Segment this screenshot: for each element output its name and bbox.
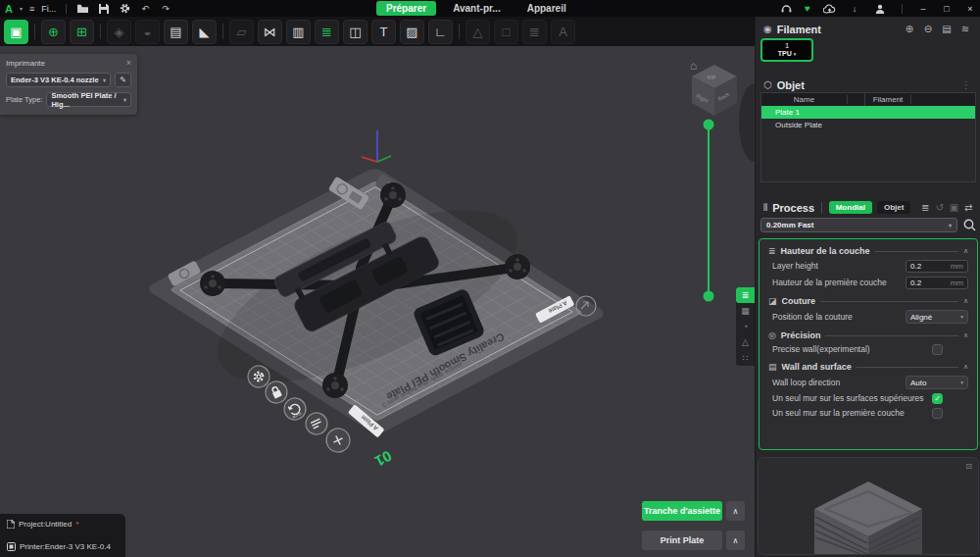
favorite-heart-icon[interactable]: ♥ (805, 3, 810, 14)
plate-preview-pane[interactable]: ⊡ (758, 457, 979, 555)
column-filament: Filament (865, 95, 911, 104)
collapse-chevron-icon[interactable]: ∧ (963, 297, 968, 305)
collapse-chevron-icon[interactable]: ∧ (963, 247, 968, 255)
add-plate-button[interactable]: ⊞ (70, 20, 94, 44)
cut-button[interactable]: ◫ (343, 20, 368, 44)
mirror-button[interactable]: ⋈ (258, 20, 282, 44)
letter-tool-button[interactable]: A (551, 20, 575, 44)
history-icon[interactable]: ↺ (935, 202, 945, 213)
user-icon[interactable] (873, 3, 887, 15)
tab-quality[interactable]: ≣ (736, 287, 755, 303)
precise-wall-checkbox[interactable]: ✓ (932, 344, 943, 355)
remove-filament-icon[interactable]: ⊖ (921, 24, 935, 34)
split-objects-button[interactable]: ▤ (164, 20, 188, 44)
tab-support[interactable]: △ (736, 334, 755, 350)
layer-height-input[interactable]: 0.2 mm (906, 260, 968, 273)
filament-sync-icon[interactable]: ≋ (958, 24, 972, 34)
preview-expand-icon[interactable]: ⊡ (965, 462, 972, 471)
clone-button[interactable]: ▥ (286, 20, 311, 44)
variable-layer-height-button[interactable]: ≣ (315, 20, 339, 44)
object-title: Objet (777, 79, 805, 91)
tab-preview[interactable]: Avant-pr... (443, 1, 511, 16)
viewport-3d[interactable]: Creality Smooth PEI Plate please apply g… (0, 46, 755, 557)
logo-caret-icon[interactable]: ▾ (20, 5, 23, 12)
window-minimize-button[interactable]: – (917, 4, 929, 14)
auto-orient-button[interactable]: ◒ (135, 20, 160, 44)
hamburger-icon[interactable]: ≡ (29, 4, 34, 14)
support-paint-button[interactable]: △ (466, 20, 490, 44)
add-object-button[interactable]: ⊕ (41, 20, 66, 44)
paint-button[interactable]: ▨ (400, 20, 424, 44)
printer-preset-select[interactable]: Ender-3 V3 KE-0.4 nozzle ▾ (6, 73, 111, 87)
tab-speed[interactable]: ◔ (736, 319, 755, 334)
window-maximize-button[interactable]: □ (941, 4, 953, 14)
single-wall-first-layer-checkbox[interactable]: ✓ (932, 408, 943, 419)
first-layer-height-input[interactable]: 0.2 mm (906, 277, 968, 289)
collapse-chevron-icon[interactable]: ∧ (963, 363, 968, 371)
printer-panel-close-icon[interactable]: × (126, 58, 131, 68)
process-preset-select[interactable]: 0.20mm Fast ▾ (760, 218, 957, 232)
build-plate-scene[interactable]: Creality Smooth PEI Plate please apply g… (0, 46, 755, 557)
section-wall-surface[interactable]: ▤ Wall and surface ∧ (760, 357, 977, 374)
download-icon[interactable]: ↓ (848, 3, 861, 15)
advanced-settings-icon[interactable]: ≣ (920, 202, 930, 213)
arrange-button[interactable]: ◈ (107, 20, 131, 44)
save-icon[interactable] (97, 3, 111, 15)
setting-unit: mm (951, 262, 963, 271)
slider-handle-top[interactable] (704, 120, 714, 130)
wall-loop-direction-select[interactable]: Auto ▾ (906, 376, 968, 389)
transfer-settings-icon[interactable]: ⇄ (963, 202, 973, 213)
scale-button[interactable]: ▱ (229, 20, 254, 44)
panel-collapse-handle[interactable] (739, 83, 755, 162)
section-seam[interactable]: ◪ Couture ∧ (760, 291, 977, 308)
window-close-button[interactable]: × (964, 4, 976, 14)
home-view-icon[interactable]: ⌂ (690, 59, 697, 73)
seam-position-select[interactable]: Aligné ▾ (906, 310, 968, 324)
print-options-button[interactable]: ∧ (726, 531, 745, 550)
edit-printer-button[interactable]: ✎ (115, 73, 131, 87)
section-precision[interactable]: ◎ Précision ∧ (760, 326, 977, 342)
slice-plate-button[interactable]: Tranche d'assiette (642, 501, 722, 521)
tab-prepare[interactable]: Préparer (376, 1, 436, 16)
plate-type-value: Smooth PEI Plate / Hig... (51, 91, 123, 109)
support-headset-icon[interactable] (779, 3, 793, 15)
add-to-plate-button[interactable] (322, 425, 354, 456)
object-menu-icon[interactable]: ⋮ (959, 79, 973, 90)
seam-button[interactable]: ≣ (522, 20, 547, 44)
settings-gear-icon[interactable] (118, 3, 131, 15)
cloud-upload-icon[interactable] (822, 3, 836, 15)
tab-device[interactable]: Appareil (517, 1, 576, 16)
slider-handle-bottom[interactable] (704, 291, 714, 302)
plate-name-button[interactable] (302, 409, 330, 437)
single-wall-top-checkbox[interactable]: ✓ (932, 393, 943, 404)
filament-slot-1[interactable]: 1 TPU ▾ (760, 38, 813, 62)
select-plate-button[interactable]: ▣ (4, 20, 28, 44)
slice-options-button[interactable]: ∧ (726, 501, 745, 521)
undo-icon[interactable]: ↶ (138, 3, 152, 15)
filament-header: ◉ Filament ⊕ ⊖ ▤ ≋ (756, 21, 980, 37)
nav-cube[interactable]: ⌂ top Right Back (690, 59, 737, 116)
redo-icon[interactable]: ↷ (159, 3, 172, 15)
object-row-outside-plate[interactable]: Outside Plate (761, 119, 975, 131)
app-logo[interactable]: A (5, 3, 13, 15)
text-tool-button[interactable]: T (371, 20, 396, 44)
clipping-slider[interactable] (704, 120, 714, 302)
file-menu[interactable]: Fi... (41, 4, 56, 14)
search-preset-icon[interactable] (963, 219, 976, 231)
cut-tool-button[interactable]: □ (494, 20, 518, 44)
flatten-button[interactable]: ◣ (192, 20, 217, 44)
tab-others[interactable]: ∷ (736, 350, 755, 366)
section-layer-height[interactable]: ≣ Hauteur de la couche ∧ (760, 241, 977, 258)
collapse-chevron-icon[interactable]: ∧ (963, 331, 968, 339)
plate-type-select[interactable]: Smooth PEI Plate / Hig... ▾ (46, 92, 131, 107)
save-preset-icon[interactable]: ▣ (950, 202, 959, 213)
add-filament-icon[interactable]: ⊕ (903, 24, 916, 34)
measure-button[interactable]: ∟ (428, 20, 453, 44)
process-tab-object[interactable]: Objet (877, 201, 910, 214)
print-plate-button[interactable]: Print Plate (642, 531, 722, 550)
tab-strength[interactable]: ▦ (736, 303, 755, 319)
object-row-plate1[interactable]: Plate 1 (761, 106, 975, 119)
process-tab-global[interactable]: Mondial (829, 201, 872, 214)
filament-list-icon[interactable]: ▤ (940, 24, 954, 34)
open-folder-icon[interactable] (76, 3, 90, 15)
